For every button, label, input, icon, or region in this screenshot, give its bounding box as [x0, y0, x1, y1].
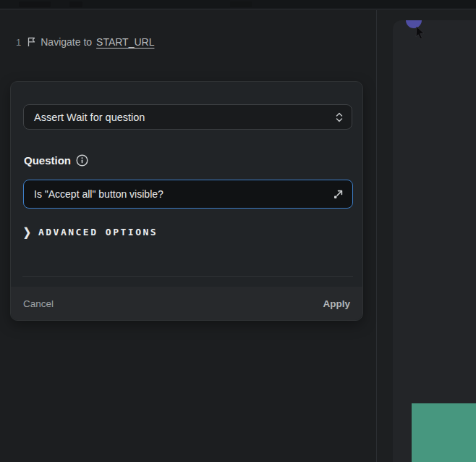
toolbar-artifact [69, 1, 82, 7]
card-footer: Cancel Apply [11, 287, 362, 320]
card-divider [22, 276, 353, 277]
app-window: 1 Navigate to START_URL Assert Wait for … [0, 0, 476, 462]
question-input[interactable]: Is "Accept all" button visible? [23, 180, 353, 209]
step-navigate-row[interactable]: 1 Navigate to START_URL [16, 36, 154, 48]
question-input-value: Is "Accept all" button visible? [34, 188, 333, 200]
toolbar-artifact [230, 1, 252, 7]
select-chevrons-icon [336, 112, 343, 123]
browser-preview-panel[interactable]: WI by SU F S [393, 20, 476, 462]
step-action-label: Navigate to [41, 36, 92, 48]
apply-button[interactable]: Apply [323, 298, 350, 309]
info-icon[interactable] [76, 154, 88, 167]
question-label-row: Question [24, 154, 88, 167]
action-type-select[interactable]: Assert Wait for question [23, 104, 352, 130]
cursor-icon [415, 26, 426, 41]
advanced-options-toggle[interactable]: ❯ ADVANCED OPTIONS [23, 227, 158, 238]
top-toolbar [0, 0, 476, 9]
step-target-link[interactable]: START_URL [96, 36, 154, 48]
teal-banner [412, 403, 476, 462]
question-label: Question [24, 154, 71, 167]
toolbar-artifact [19, 1, 51, 7]
flag-icon [27, 37, 36, 47]
action-type-value: Assert Wait for question [34, 112, 336, 123]
step-number: 1 [16, 37, 21, 48]
assertion-editor-card: Assert Wait for question Question Is "Ac… [10, 81, 363, 321]
advanced-options-label: ADVANCED OPTIONS [38, 227, 158, 238]
cancel-button[interactable]: Cancel [23, 298, 54, 309]
chevron-right-icon: ❯ [23, 226, 31, 239]
expand-icon[interactable] [333, 189, 344, 200]
